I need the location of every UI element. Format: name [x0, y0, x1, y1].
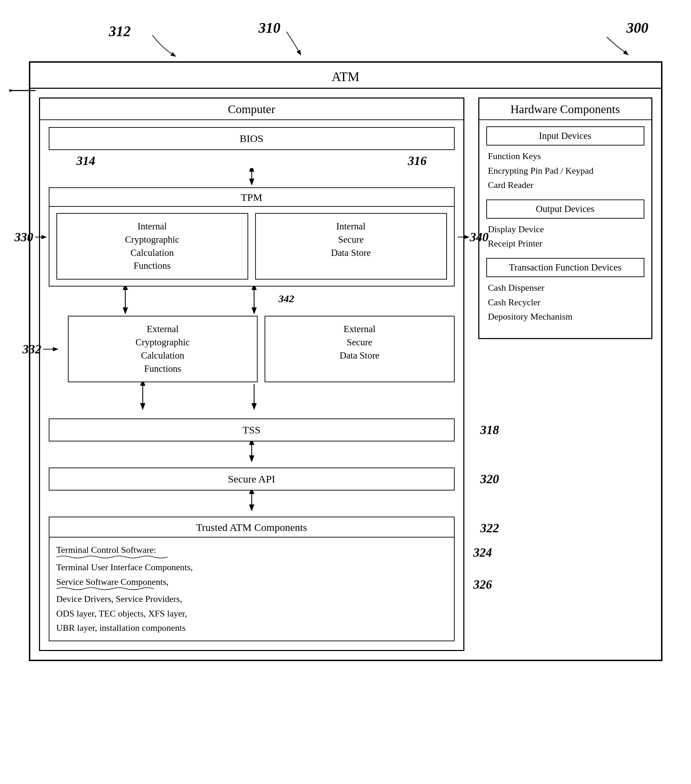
ref-332: 332	[23, 342, 41, 356]
page-container: 312 310 300 ATM Computer BIOS 314 316	[15, 16, 676, 768]
ref-332-container: 332	[23, 342, 59, 356]
tpm-to-external-area: 342	[49, 287, 455, 316]
ref-340-container: 340	[456, 230, 489, 244]
secure-api-label: Secure API	[228, 473, 275, 484]
bios-tpm-arrow-area	[49, 168, 455, 186]
terminal-control-line: Terminal Control Software: 324	[56, 543, 447, 557]
ref-330-arrow	[33, 234, 47, 240]
output-item-2: Receipt Printer	[488, 236, 644, 251]
ref-300: 300	[627, 20, 648, 36]
external-secure-cell: ExternalSecureData Store	[265, 316, 455, 382]
external-tss-arrows-svg	[49, 382, 455, 410]
input-devices-title: Input Devices	[486, 126, 644, 145]
secureapi-trusted-arrows-svg	[241, 491, 262, 511]
bios-tpm-arrows-svg	[241, 168, 262, 186]
ref-row-314-316: 314 316	[49, 153, 455, 168]
tss-secureapi-arrow	[49, 441, 455, 462]
tss-label: TSS	[243, 424, 261, 435]
output-item-1: Display Device	[488, 222, 644, 237]
hardware-section: Hardware Components Input Devices Functi…	[478, 97, 652, 339]
svg-text:342: 342	[278, 293, 294, 304]
transaction-item-3: Depository Mechanism	[488, 310, 644, 324]
trusted-atm-lines: Terminal User Interface Components, Serv…	[56, 560, 447, 635]
trusted-line4: Device Drivers, Service Providers,	[56, 592, 447, 606]
secureapi-trusted-arrow	[49, 491, 455, 511]
ref-330-container: 330	[15, 230, 47, 244]
ref-340: 340	[470, 230, 489, 244]
trusted-line6: UBR layer, installation components	[56, 621, 447, 635]
trusted-atm-inner: Terminal Control Software: 324 Terminal …	[49, 537, 454, 641]
terminal-control-label: Terminal Control Software:	[56, 545, 156, 555]
ref-340-arrow	[456, 234, 470, 240]
hw-arrow-svg	[10, 84, 37, 97]
tpm-inner: 330	[49, 207, 454, 286]
ref-324: 324	[474, 543, 492, 563]
wavy-line-324	[56, 555, 168, 559]
ref-316: 316	[408, 153, 427, 168]
trusted-line2: Terminal User Interface Components,	[56, 560, 447, 575]
wavy-line-326	[56, 586, 154, 591]
trusted-line3-container: Service Software Components, 326	[56, 575, 447, 590]
ref-330: 330	[15, 230, 33, 244]
tpm-internal-secure: InternalSecureData Store	[255, 213, 447, 280]
tpm-title: TPM	[49, 188, 454, 207]
external-cells-row: 332 ExternalCryptogr	[68, 316, 455, 382]
ref-322: 322	[480, 521, 499, 535]
computer-inner: BIOS 314 316	[40, 120, 463, 650]
output-devices-title: Output Devices	[486, 199, 644, 219]
ref-332-arrow	[41, 346, 59, 352]
transaction-devices-list: Cash Dispenser Cash Recycler Depository …	[486, 281, 644, 324]
input-devices-list: Function Keys Encrypting Pin Pad / Keypa…	[486, 149, 644, 193]
trusted-atm-title: Trusted ATM Components	[49, 517, 454, 537]
bios-box: BIOS	[49, 127, 455, 150]
computer-section: Computer BIOS 314 316	[39, 97, 464, 651]
tpm-external-arrows-svg: 342	[49, 287, 455, 315]
external-to-tss-area	[49, 382, 455, 412]
trusted-line3: Service Software Components,	[56, 577, 169, 587]
tpm-box: TPM 330	[49, 187, 455, 287]
tss-box: TSS 318	[49, 418, 455, 441]
external-crypto-cell: ExternalCryptographicCalculationFunction…	[68, 316, 258, 382]
trusted-line5: ODS layer, TEC objects, XFS layer,	[56, 606, 447, 621]
tpm-internal-crypto: InternalCryptographicCalculationFunction…	[56, 213, 248, 280]
trusted-atm-box: Trusted ATM Components 322 Terminal Cont…	[49, 517, 455, 641]
tss-secureapi-arrows-svg	[241, 441, 262, 462]
computer-title: Computer	[40, 99, 463, 120]
input-item-1: Function Keys	[488, 149, 644, 164]
secure-api-box: Secure API 320	[49, 468, 455, 491]
output-devices-list: Display Device Receipt Printer	[486, 222, 644, 251]
input-item-3: Card Reader	[488, 178, 644, 193]
ref-312: 312	[109, 23, 131, 40]
ref-318: 318	[480, 423, 499, 437]
ref-326: 326	[474, 575, 492, 595]
ref-320: 320	[480, 472, 499, 486]
transaction-devices-title: Transaction Function Devices	[486, 258, 644, 277]
ref-314: 314	[77, 153, 95, 168]
hardware-title: Hardware Components	[479, 99, 652, 120]
hardware-inner: Input Devices Function Keys Encrypting P…	[479, 120, 652, 338]
transaction-item-2: Cash Recycler	[488, 295, 644, 310]
ref-310: 310	[259, 20, 281, 36]
atm-outer-box: ATM Computer BIOS 314 316	[29, 61, 663, 661]
ref-numbers-top: 312 310 300	[15, 16, 676, 61]
transaction-item-1: Cash Dispenser	[488, 281, 644, 295]
atm-title: ATM	[30, 63, 661, 89]
input-item-2: Encrypting Pin Pad / Keypad	[488, 164, 644, 178]
atm-inner-content: Computer BIOS 314 316	[30, 89, 661, 660]
hw-to-computer-arrow	[10, 84, 37, 99]
